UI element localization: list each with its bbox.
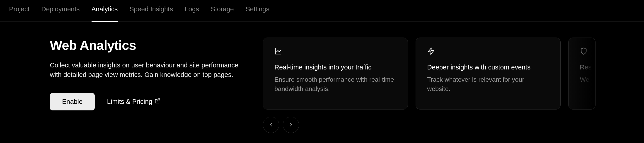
lightning-icon [427, 47, 549, 56]
carousel-next-button[interactable] [283, 117, 299, 133]
card-title: Real-time insights into your traffic [274, 64, 396, 71]
nav-item-logs[interactable]: Logs [185, 5, 199, 22]
nav-item-analytics[interactable]: Analytics [92, 5, 118, 22]
enable-button[interactable]: Enable [50, 93, 95, 110]
card-description: Ensure smooth performance with real-time… [274, 75, 396, 93]
page-title: Web Analytics [50, 38, 245, 53]
svg-line-0 [157, 99, 160, 101]
chart-line-icon [274, 47, 396, 56]
feature-cards: Real-time insights into your traffic Ens… [263, 38, 644, 110]
card-description: Wel and [580, 75, 596, 84]
card-title: Res [580, 64, 596, 71]
nav-item-deployments[interactable]: Deployments [41, 5, 80, 22]
top-nav: Project Deployments Analytics Speed Insi… [0, 0, 644, 22]
nav-item-project[interactable]: Project [9, 5, 30, 22]
feature-card: Real-time insights into your traffic Ens… [263, 38, 408, 110]
feature-card: Deeper insights with custom events Track… [416, 38, 560, 110]
carousel-prev-button[interactable] [263, 117, 279, 133]
card-title: Deeper insights with custom events [427, 64, 549, 71]
svg-marker-1 [428, 48, 434, 54]
limits-pricing-label: Limits & Pricing [107, 98, 152, 105]
limits-pricing-link[interactable]: Limits & Pricing [107, 98, 160, 105]
chevron-right-icon [288, 122, 294, 128]
external-link-icon [154, 98, 160, 105]
card-description: Track whatever is relevant for your webs… [427, 75, 549, 93]
feature-card: Res Wel and [568, 38, 596, 110]
nav-item-settings[interactable]: Settings [246, 5, 270, 22]
page-description: Collect valuable insights on user behavi… [50, 60, 245, 79]
nav-item-storage[interactable]: Storage [211, 5, 234, 22]
nav-item-speed-insights[interactable]: Speed Insights [130, 5, 173, 22]
chevron-left-icon [268, 122, 274, 128]
shield-icon [580, 47, 596, 56]
